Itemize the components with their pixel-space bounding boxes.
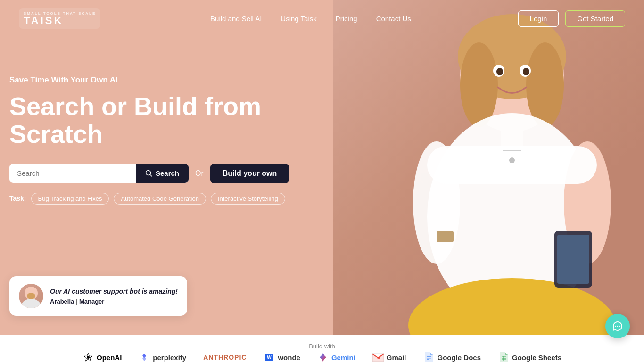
logo[interactable]: SMALL TOOLS THAT SCALE TAISK xyxy=(19,8,103,29)
logo-main-text: TAISK xyxy=(24,16,96,26)
testimonial-author-name: Arabella xyxy=(50,298,74,305)
partner-gsheets: Google Sheets xyxy=(498,352,561,362)
svg-rect-34 xyxy=(427,358,431,359)
testimonial-avatar xyxy=(19,284,43,308)
svg-point-25 xyxy=(617,326,618,327)
testimonial-content: Our AI customer support bot is amazing! … xyxy=(50,287,178,305)
nav-links: Build and Sell AI Using Taisk Pricing Co… xyxy=(210,15,411,23)
partner-perplexity: perplexity xyxy=(139,352,186,362)
svg-rect-18 xyxy=(437,231,454,242)
hero-title: Search or Build from Scratch xyxy=(9,92,292,148)
openai-icon xyxy=(83,352,94,362)
svg-rect-15 xyxy=(557,235,589,284)
partner-anthropic: ANTHROPIC xyxy=(203,354,247,361)
login-button[interactable]: Login xyxy=(518,10,559,27)
navbar: SMALL TOOLS THAT SCALE TAISK Build and S… xyxy=(0,0,644,37)
wonde-icon: W xyxy=(264,352,275,362)
nav-item-pricing[interactable]: Pricing xyxy=(336,15,357,23)
gsheets-icon xyxy=(498,352,509,362)
svg-point-28 xyxy=(87,356,90,359)
svg-point-13 xyxy=(523,68,529,75)
task-tag-2[interactable]: Interactive Storytelling xyxy=(211,193,285,205)
nav-link-contact[interactable]: Contact Us xyxy=(376,15,411,23)
logos-bar-content: Build with OpenAI perple xyxy=(0,339,644,362)
partner-logos: OpenAI perplexity ANTHROPIC xyxy=(64,352,580,362)
search-input[interactable] xyxy=(9,164,136,183)
avatar-illustration xyxy=(19,284,43,308)
search-button[interactable]: Search xyxy=(136,164,189,183)
gmail-label: Gmail xyxy=(387,354,406,362)
testimonial-author-role: Manager xyxy=(79,298,104,305)
hero-background xyxy=(333,0,644,335)
nav-link-using[interactable]: Using Taisk xyxy=(281,15,316,23)
svg-point-16 xyxy=(509,157,515,163)
build-button[interactable]: Build your own xyxy=(210,164,289,183)
svg-point-23 xyxy=(21,299,41,308)
nav-item-contact[interactable]: Contact Us xyxy=(376,15,411,23)
gemini-label: Gemini xyxy=(331,354,355,362)
hero-subtitle: Save Time With Your Own AI xyxy=(9,75,292,85)
partner-gmail: M Gmail xyxy=(372,352,406,362)
gsheets-label: Google Sheets xyxy=(512,354,561,362)
testimonial-card: Our AI customer support bot is amazing! … xyxy=(9,276,187,316)
perplexity-label: perplexity xyxy=(153,354,186,362)
search-box: Search xyxy=(9,164,189,183)
svg-text:W: W xyxy=(267,355,272,360)
perplexity-icon xyxy=(139,352,150,362)
svg-point-26 xyxy=(619,326,620,327)
openai-label: OpenAI xyxy=(97,354,122,362)
or-text: Or xyxy=(195,169,204,178)
task-label: Task: xyxy=(9,195,26,202)
build-with-label: Build with xyxy=(309,339,335,350)
svg-point-2 xyxy=(460,42,498,127)
hero-section: SMALL TOOLS THAT SCALE TAISK Build and S… xyxy=(0,0,644,335)
svg-point-22 xyxy=(27,293,35,299)
nav-buttons: Login Get Started xyxy=(518,10,625,27)
logos-bar: Build with OpenAI perple xyxy=(0,335,644,362)
search-button-label: Search xyxy=(156,169,179,177)
svg-point-3 xyxy=(526,42,564,127)
task-tag-1[interactable]: Automated Code Generation xyxy=(114,193,206,205)
partner-gemini: Gemini xyxy=(317,352,355,362)
svg-point-12 xyxy=(496,68,503,75)
svg-point-24 xyxy=(615,326,616,327)
get-started-button[interactable]: Get Started xyxy=(565,10,625,27)
partner-openai: OpenAI xyxy=(83,352,122,362)
svg-rect-33 xyxy=(427,356,431,357)
chat-button[interactable] xyxy=(605,314,630,338)
gdocs-label: Google Docs xyxy=(437,354,481,362)
gmail-icon: M xyxy=(372,352,384,362)
svg-rect-8 xyxy=(427,146,597,184)
search-row: Search Or Build your own xyxy=(9,164,292,183)
nav-item-using[interactable]: Using Taisk xyxy=(281,15,316,23)
nav-item-build[interactable]: Build and Sell AI xyxy=(210,15,262,23)
task-row: Task: Bug Tracking and Fixes Automated C… xyxy=(9,193,292,205)
partner-wonde: W wonde xyxy=(264,352,300,362)
testimonial-author: Arabella | Manager xyxy=(50,298,178,305)
svg-rect-35 xyxy=(427,359,429,360)
svg-line-20 xyxy=(150,174,152,176)
anthropic-label: ANTHROPIC xyxy=(203,354,247,361)
nav-link-pricing[interactable]: Pricing xyxy=(336,15,357,23)
gdocs-icon xyxy=(423,352,434,362)
testimonial-quote: Our AI customer support bot is amazing! xyxy=(50,287,178,296)
task-tag-0[interactable]: Bug Tracking and Fixes xyxy=(31,193,109,205)
chat-icon xyxy=(612,321,623,332)
svg-text:M: M xyxy=(376,356,380,360)
hero-person-illustration xyxy=(333,0,644,335)
nav-link-build[interactable]: Build and Sell AI xyxy=(210,15,262,23)
hero-content: Save Time With Your Own AI Search or Bui… xyxy=(9,75,292,205)
wonde-label: wonde xyxy=(278,354,300,362)
gemini-icon xyxy=(317,352,329,362)
partner-gdocs: Google Docs xyxy=(423,352,481,362)
search-icon xyxy=(145,170,153,177)
